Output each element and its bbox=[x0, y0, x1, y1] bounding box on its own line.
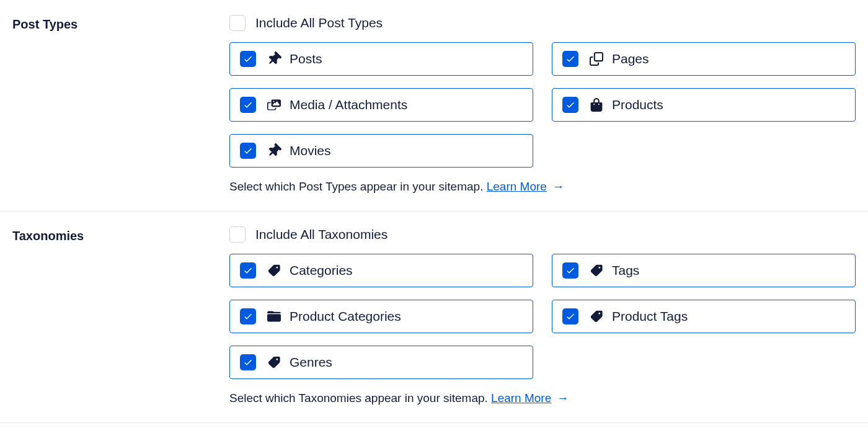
post-type-products-checkbox[interactable] bbox=[562, 97, 578, 113]
taxonomies-title: Taxonomies bbox=[12, 226, 229, 405]
post-type-media-label: Media / Attachments bbox=[290, 97, 407, 112]
post-type-option-media[interactable]: Media / Attachments bbox=[229, 88, 533, 122]
post-types-learn-more-link[interactable]: Learn More bbox=[487, 180, 547, 193]
post-types-helper-text: Select which Post Types appear in your s… bbox=[229, 180, 483, 193]
include-all-taxonomies-row[interactable]: Include All Taxonomies bbox=[229, 226, 856, 243]
post-type-movies-label: Movies bbox=[290, 143, 331, 158]
taxonomy-product-categories-label: Product Categories bbox=[290, 309, 401, 324]
post-types-section: Post Types Include All Post Types Posts … bbox=[0, 0, 868, 212]
taxonomy-genres-checkbox[interactable] bbox=[240, 354, 256, 370]
pin-icon bbox=[266, 51, 282, 67]
taxonomies-grid: Categories Tags Product Categories Produ… bbox=[229, 254, 856, 379]
include-all-post-types-label: Include All Post Types bbox=[255, 16, 383, 30]
include-all-post-types-row[interactable]: Include All Post Types bbox=[229, 15, 856, 31]
pin-icon bbox=[266, 143, 282, 159]
bag-icon bbox=[588, 97, 604, 113]
tag-icon bbox=[588, 262, 604, 279]
include-all-taxonomies-checkbox[interactable] bbox=[229, 226, 246, 243]
include-all-post-types-checkbox[interactable] bbox=[229, 15, 246, 31]
post-types-grid: Posts Pages Media / Attachments Products bbox=[229, 42, 856, 168]
post-type-posts-label: Posts bbox=[290, 51, 322, 66]
arrow-icon: → bbox=[549, 180, 564, 193]
taxonomies-helper: Select which Taxonomies appear in your s… bbox=[229, 392, 856, 405]
post-types-content: Include All Post Types Posts Pages Media… bbox=[229, 15, 856, 194]
post-type-option-products[interactable]: Products bbox=[552, 88, 856, 122]
taxonomy-option-product-categories[interactable]: Product Categories bbox=[229, 300, 533, 333]
taxonomies-content: Include All Taxonomies Categories Tags P… bbox=[229, 226, 856, 405]
taxonomy-categories-label: Categories bbox=[290, 263, 353, 278]
copy-icon bbox=[588, 51, 604, 67]
post-type-products-label: Products bbox=[612, 97, 663, 112]
post-types-title: Post Types bbox=[12, 15, 229, 194]
post-type-posts-checkbox[interactable] bbox=[240, 51, 256, 67]
taxonomies-learn-more-link[interactable]: Learn More bbox=[491, 392, 551, 405]
media-icon bbox=[266, 97, 282, 113]
taxonomies-section: Taxonomies Include All Taxonomies Catego… bbox=[0, 212, 868, 423]
tag-icon bbox=[266, 262, 282, 279]
taxonomy-option-genres[interactable]: Genres bbox=[229, 346, 533, 379]
arrow-icon: → bbox=[554, 392, 569, 405]
tag-icon bbox=[266, 354, 282, 370]
taxonomy-option-tags[interactable]: Tags bbox=[552, 254, 856, 287]
taxonomy-product-categories-checkbox[interactable] bbox=[240, 308, 256, 324]
taxonomy-option-product-tags[interactable]: Product Tags bbox=[552, 300, 856, 333]
post-types-helper: Select which Post Types appear in your s… bbox=[229, 180, 856, 194]
taxonomy-product-tags-label: Product Tags bbox=[612, 309, 688, 324]
taxonomy-product-tags-checkbox[interactable] bbox=[562, 308, 578, 324]
taxonomy-tags-checkbox[interactable] bbox=[562, 262, 578, 279]
tag-icon bbox=[588, 308, 604, 324]
post-type-media-checkbox[interactable] bbox=[240, 97, 256, 113]
taxonomy-tags-label: Tags bbox=[612, 263, 639, 278]
post-type-movies-checkbox[interactable] bbox=[240, 143, 256, 159]
taxonomy-option-categories[interactable]: Categories bbox=[229, 254, 533, 287]
taxonomy-genres-label: Genres bbox=[290, 355, 332, 370]
post-type-option-pages[interactable]: Pages bbox=[552, 42, 856, 76]
post-type-pages-checkbox[interactable] bbox=[562, 51, 578, 67]
taxonomies-helper-text: Select which Taxonomies appear in your s… bbox=[229, 392, 488, 405]
include-all-taxonomies-label: Include All Taxonomies bbox=[255, 227, 388, 242]
folder-icon bbox=[266, 308, 282, 324]
taxonomy-categories-checkbox[interactable] bbox=[240, 262, 256, 279]
post-type-pages-label: Pages bbox=[612, 51, 649, 66]
post-type-option-posts[interactable]: Posts bbox=[229, 42, 533, 76]
post-type-option-movies[interactable]: Movies bbox=[229, 134, 533, 168]
